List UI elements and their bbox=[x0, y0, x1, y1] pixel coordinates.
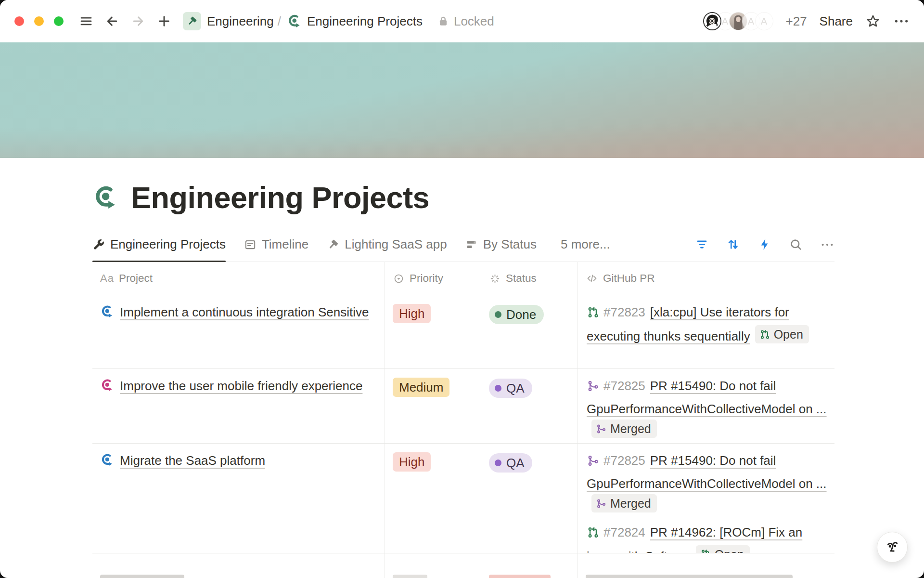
more-icon bbox=[893, 13, 910, 29]
column-header-status[interactable]: Status bbox=[481, 262, 578, 295]
workspace-icon-chip[interactable] bbox=[183, 12, 201, 30]
page-title-row: Engineering Projects bbox=[92, 182, 834, 213]
status-badge[interactable]: QA bbox=[489, 379, 532, 398]
tab-label: Timeline bbox=[262, 237, 308, 252]
tab-timeline[interactable]: Timeline bbox=[244, 227, 308, 262]
sort-button[interactable] bbox=[726, 237, 740, 251]
pr-number: #72825 bbox=[603, 379, 645, 393]
priority-badge[interactable]: Medium bbox=[393, 378, 449, 397]
avatar-overflow-count[interactable]: +27 bbox=[786, 14, 807, 29]
breadcrumb-workspace[interactable]: Engineering bbox=[207, 14, 274, 29]
status-label: Done bbox=[506, 306, 536, 323]
merge-icon bbox=[587, 378, 600, 399]
cell-github-pr[interactable]: #72825PR #15490: Do not fail GpuPerforma… bbox=[578, 369, 834, 444]
notion-ai-button[interactable] bbox=[877, 532, 908, 563]
tab-by-status[interactable]: By Status bbox=[465, 227, 537, 262]
cell-status[interactable]: Done bbox=[481, 295, 578, 368]
table-row: Migrate the SaaS platform High QA #72825… bbox=[92, 444, 834, 553]
cell-project[interactable]: Improve the user mobile friendly experie… bbox=[92, 369, 385, 444]
share-button[interactable]: Share bbox=[820, 14, 853, 29]
pull-request-icon bbox=[587, 304, 600, 325]
merge-icon bbox=[587, 453, 600, 473]
avatar[interactable] bbox=[703, 12, 721, 30]
breadcrumb-page[interactable]: Engineering Projects bbox=[307, 14, 423, 29]
page-icon[interactable] bbox=[92, 184, 119, 211]
column-header-priority[interactable]: Priority bbox=[385, 262, 481, 295]
window-titlebar: Engineering / Engineering Projects Locke… bbox=[0, 0, 924, 42]
more-options-button[interactable] bbox=[893, 13, 910, 29]
board-icon bbox=[465, 238, 478, 251]
project-link[interactable]: Improve the user mobile friendly experie… bbox=[100, 379, 362, 393]
wrench-icon bbox=[92, 238, 105, 251]
table-row: Implement a continuous integration Sensi… bbox=[92, 295, 834, 369]
new-page-button[interactable] bbox=[157, 14, 171, 28]
tab-engineering-projects[interactable]: Engineering Projects bbox=[92, 227, 226, 262]
project-link[interactable]: Implement a continuous integration Sensi… bbox=[100, 305, 369, 319]
view-toolbar bbox=[695, 237, 834, 252]
hamburger-icon bbox=[79, 14, 93, 28]
pull-request-icon bbox=[587, 525, 600, 545]
more-views-button[interactable]: 5 more... bbox=[561, 237, 610, 252]
pr-link-block[interactable]: #72823[xla:cpu] Use iterators for execut… bbox=[587, 302, 830, 347]
priority-badge[interactable]: High bbox=[393, 304, 431, 323]
collaborator-avatars[interactable]: A A A bbox=[703, 12, 773, 30]
status-badge[interactable]: Done bbox=[489, 305, 544, 324]
forward-button[interactable] bbox=[131, 14, 145, 28]
cell-github-pr[interactable]: #72825PR #15490: Do not fail GpuPerforma… bbox=[578, 444, 834, 553]
cell-github-pr[interactable]: #72823[xla:cpu] Use iterators for execut… bbox=[578, 295, 834, 368]
back-button[interactable] bbox=[105, 14, 119, 28]
more-icon bbox=[820, 237, 834, 252]
cell-priority[interactable]: High bbox=[385, 444, 481, 553]
forward-arrow-icon bbox=[131, 14, 145, 28]
pr-link-block[interactable]: #72825PR #15490: Do not fail GpuPerforma… bbox=[587, 376, 830, 441]
pull-request-icon bbox=[700, 549, 711, 553]
breadcrumb-separator: / bbox=[278, 14, 281, 29]
pr-state-label: Merged bbox=[610, 495, 651, 512]
star-icon bbox=[865, 13, 881, 29]
status-dot bbox=[495, 311, 501, 318]
status-icon bbox=[489, 273, 501, 285]
page-cover-image[interactable] bbox=[0, 42, 924, 158]
pr-link-block[interactable]: #72825PR #15490: Do not fail GpuPerforma… bbox=[587, 450, 830, 516]
zoom-window-button[interactable] bbox=[54, 16, 64, 26]
pr-number: #72825 bbox=[603, 453, 645, 468]
page-content: Engineering Projects Engineering Project… bbox=[92, 182, 834, 578]
cell-status[interactable]: QA bbox=[481, 369, 578, 444]
column-header-github-pr[interactable]: GitHub PR bbox=[578, 262, 834, 295]
automations-button[interactable] bbox=[757, 237, 771, 251]
pr-link-block[interactable]: #72824PR #14962: [ROCm] Fix an issue wit… bbox=[587, 522, 830, 554]
tab-lighting-saas-app[interactable]: Lighting SaaS app bbox=[327, 227, 447, 262]
search-button[interactable] bbox=[789, 237, 803, 251]
project-link[interactable]: Migrate the SaaS platform bbox=[100, 453, 265, 468]
column-label: Project bbox=[119, 272, 153, 285]
pr-state-badge: Merged bbox=[591, 420, 657, 438]
priority-badge[interactable]: High bbox=[393, 452, 431, 472]
text-property-icon: Aa bbox=[100, 272, 114, 285]
notion-window: Engineering / Engineering Projects Locke… bbox=[0, 0, 924, 578]
sidebar-toggle-button[interactable] bbox=[79, 14, 93, 28]
page-icon-small bbox=[287, 13, 302, 29]
favorite-button[interactable] bbox=[865, 13, 881, 29]
column-label: Status bbox=[506, 272, 537, 285]
traffic-lights bbox=[14, 16, 64, 26]
cell-priority[interactable]: Medium bbox=[385, 369, 481, 444]
view-options-button[interactable] bbox=[820, 237, 834, 252]
avatar[interactable]: A bbox=[755, 12, 773, 30]
cell-status[interactable]: QA bbox=[481, 444, 578, 553]
minimize-window-button[interactable] bbox=[34, 16, 44, 26]
project-cycle-icon bbox=[100, 378, 115, 399]
code-icon bbox=[586, 272, 598, 285]
close-window-button[interactable] bbox=[14, 16, 24, 26]
page-title[interactable]: Engineering Projects bbox=[131, 182, 429, 213]
cell-priority[interactable]: High bbox=[385, 295, 481, 368]
locked-indicator[interactable]: Locked bbox=[437, 14, 494, 29]
titlebar-right: A A A +27 Share bbox=[703, 12, 910, 30]
filter-button[interactable] bbox=[695, 237, 709, 251]
column-header-project[interactable]: Aa Project bbox=[92, 262, 385, 295]
status-badge[interactable]: QA bbox=[489, 453, 532, 473]
desktop: Engineering / Engineering Projects Locke… bbox=[0, 0, 924, 578]
cell-project[interactable]: Implement a continuous integration Sensi… bbox=[92, 295, 385, 368]
column-label: GitHub PR bbox=[603, 272, 655, 285]
search-icon bbox=[789, 237, 803, 251]
cell-project[interactable]: Migrate the SaaS platform bbox=[92, 444, 385, 553]
